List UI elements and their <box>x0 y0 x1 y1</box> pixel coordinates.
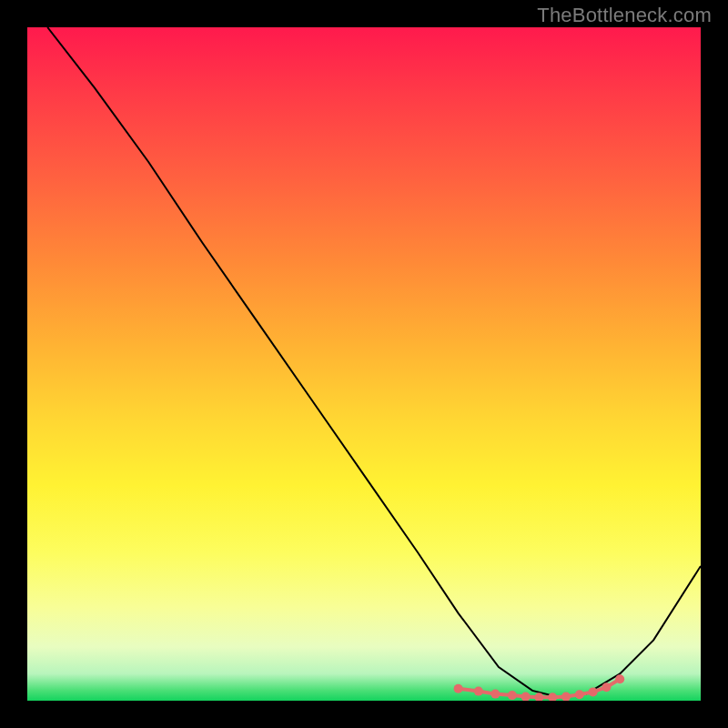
plot-area <box>27 27 701 701</box>
highlight-dot <box>602 682 611 692</box>
watermark-text: TheBottleneck.com <box>537 4 712 27</box>
highlight-dot <box>561 693 571 701</box>
highlight-dot <box>490 690 500 699</box>
bottleneck-curve-path <box>47 27 701 697</box>
highlight-dot <box>474 687 483 696</box>
highlight-dot <box>521 693 531 701</box>
highlight-dot <box>615 674 624 683</box>
highlight-dot <box>589 687 598 696</box>
highlight-segment <box>454 674 625 701</box>
main-curve <box>47 27 701 697</box>
highlight-dot <box>575 690 584 699</box>
highlight-dot <box>508 691 517 700</box>
highlight-dot <box>454 684 463 693</box>
chart-frame: TheBottleneck.com <box>0 0 728 728</box>
curve-svg <box>27 27 701 701</box>
